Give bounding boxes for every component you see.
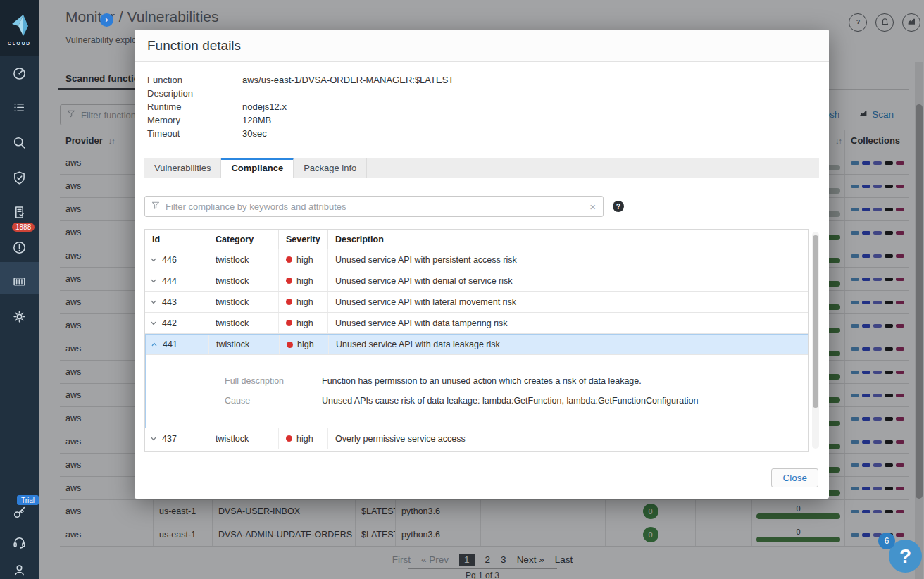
chevron-up-icon[interactable] [150,340,158,349]
gear-icon [12,309,27,327]
compliance-header-row: IdCategorySeverityDescription [145,230,808,249]
severity-label: high [296,255,313,265]
cell-category: twistlock [208,292,279,312]
detail-label: Memory [147,113,242,127]
key-icon [12,505,27,523]
expanded-row-block: 441twistlockhighUnused service API with … [145,334,808,428]
detail-row: Timeout30sec [147,127,454,140]
alerts-count-badge: 1888 [12,223,35,232]
severity-dot [286,435,292,442]
detail-label: Runtime [147,100,242,113]
cell-description: Unused service API with data tampering r… [328,313,808,333]
help-notification-badge: 6 [878,533,895,549]
column-header-description: Description [328,230,808,249]
cell-description: Unused service API with denial of servic… [328,270,808,291]
close-button[interactable]: Close [771,468,818,487]
clear-filter-icon[interactable]: × [588,201,597,213]
cell-category: twistlock [208,270,279,291]
compliance-scrollbar[interactable] [812,232,819,449]
alert-circle-icon [12,240,27,258]
search-icon [12,135,27,153]
headset-icon [12,535,27,552]
compliance-row[interactable]: 444twistlockhighUnused service API with … [145,270,808,292]
sidebar-item-support[interactable] [0,531,39,555]
cell-id: 446 [145,249,208,270]
severity-label: high [296,434,313,444]
sidebar-item-settings[interactable] [0,306,39,330]
cell-severity: high [279,270,328,291]
chevron-down-icon[interactable] [149,435,158,443]
compliance-row[interactable]: 442twistlockhighUnused service API with … [145,313,808,334]
id-value: 441 [163,340,177,349]
checklist-icon [12,100,27,118]
compliance-row[interactable]: 437twistlockhighOverly permissive servic… [145,428,808,449]
sidebar-item-compliance[interactable] [0,201,39,225]
cell-severity: high [279,292,328,312]
filter-help-icon[interactable]: ? [613,201,624,212]
detail-value: 30sec [242,127,454,140]
prisma-cloud-logo-icon[interactable] [9,14,30,39]
gauge-icon [12,66,27,84]
sidebar-item-license[interactable] [0,502,39,525]
detail-panel-row: Full descriptionFunction has permission … [146,376,808,386]
cell-description: Unused service API with data leakage ris… [329,335,808,354]
sidebar-item-policies[interactable] [0,96,39,120]
shield-check-icon [12,170,27,188]
detail-panel-value: Unused APIs cause risk of data leakage: … [322,396,808,406]
chevron-down-icon[interactable] [149,256,158,264]
cell-id: 441 [146,335,209,354]
tab-compliance[interactable]: Compliance [221,158,294,178]
document-check-icon [12,205,27,223]
severity-dot [286,278,292,284]
id-value: 444 [162,276,177,286]
cell-id: 437 [145,428,208,449]
id-value: 437 [162,434,177,444]
cell-severity: high [279,428,328,449]
detail-row: Runtimenodejs12.x [147,100,454,113]
id-value: 442 [162,318,177,328]
compliance-row[interactable]: 446twistlockhighUnused service API with … [145,249,808,270]
containers-icon [12,274,27,292]
detail-row: Functionaws/us-east-1/DVSA-ORDER-MANAGER… [147,73,454,87]
detail-row: Description [147,87,454,100]
modal-title: Function details [135,30,829,62]
logo-block: CLOUD [0,0,39,56]
detail-label: Timeout [147,127,242,140]
detail-panel-label: Full description [146,376,322,386]
row-detail-panel: Full descriptionFunction has permission … [146,355,808,428]
cell-severity: high [280,335,329,354]
detail-label: Description [147,87,242,100]
logo-text: CLOUD [0,41,39,46]
sidebar-item-profile[interactable] [0,559,39,579]
cell-category: twistlock [208,428,279,449]
tab-vulnerabilities[interactable]: Vulnerabilities [144,158,221,178]
compliance-row[interactable]: 441twistlockhighUnused service API with … [146,335,808,355]
chevron-down-icon[interactable] [149,277,158,285]
sidebar-item-radar[interactable] [0,63,39,87]
tab-package-info[interactable]: Package info [294,158,367,178]
compliance-row[interactable]: 443twistlockhighUnused service API with … [145,292,808,313]
sidebar-expand-button[interactable]: › [100,13,113,27]
column-header-category: Category [208,230,279,249]
cell-severity: high [279,313,328,333]
chevron-down-icon[interactable] [149,298,158,306]
funnel-icon [151,200,161,213]
severity-label: high [296,318,313,328]
severity-dot [287,342,293,348]
sidebar-item-search[interactable] [0,132,39,156]
severity-label: high [297,340,314,349]
detail-value [242,87,454,100]
modal-tabs: VulnerabilitiesCompliancePackage info [144,158,819,178]
function-details-list: Functionaws/us-east-1/DVSA-ORDER-MANAGER… [147,73,454,140]
compliance-scrollbar-thumb[interactable] [813,235,818,408]
sidebar-item-containers[interactable] [0,270,39,294]
cell-id: 442 [145,313,208,333]
sidebar-item-alerts[interactable] [0,237,39,261]
sidebar-item-defend[interactable] [0,167,39,191]
column-header-id: Id [145,230,208,249]
cell-category: twistlock [208,313,279,333]
detail-label: Function [147,73,242,87]
id-value: 443 [162,297,177,307]
chevron-down-icon[interactable] [149,319,158,328]
compliance-filter-input[interactable]: Filter compliance by keywords and attrib… [144,196,604,217]
